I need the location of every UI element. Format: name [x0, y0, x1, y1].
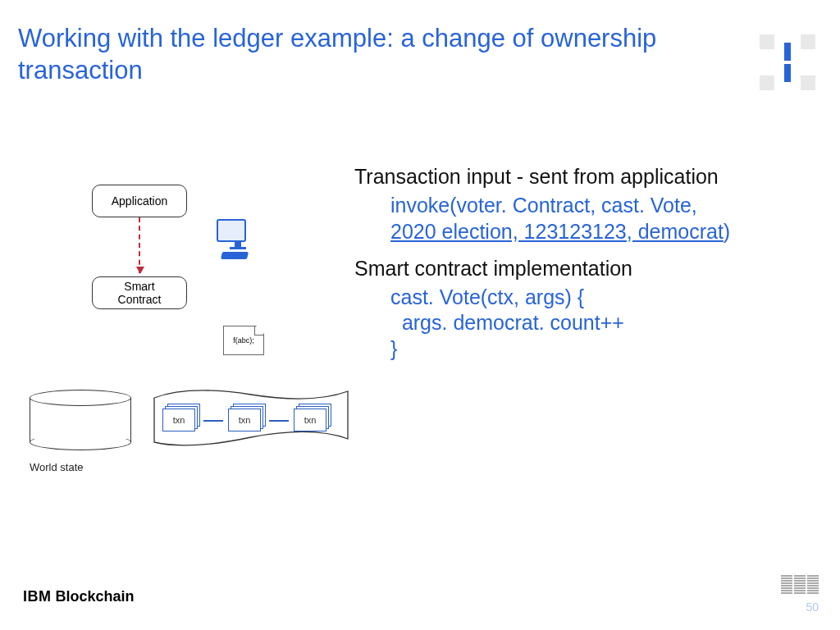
- smart-contract-label: Smart Contract: [118, 280, 162, 306]
- smart-contract-box: Smart Contract: [92, 276, 187, 309]
- slide-title: Working with the ledger example: a chang…: [18, 23, 707, 87]
- ibm-logo-icon: [781, 575, 819, 594]
- txn-label: txn: [239, 415, 251, 425]
- page-number: 50: [806, 600, 819, 614]
- code-note-text: f(abc);: [233, 336, 254, 345]
- heading-smart-contract-impl: Smart contract implementation: [354, 256, 824, 281]
- database-cylinder-icon: [30, 390, 131, 450]
- invoke-prefix: invoke(voter. Contract, cast. Vote,: [390, 194, 697, 217]
- world-state-label: World state: [30, 461, 84, 473]
- code-line-1: cast. Vote(ctx, args) {: [390, 285, 824, 310]
- chain-link-icon: [203, 420, 223, 422]
- diagram-area: Application Smart Contract f(abc);: [92, 185, 354, 309]
- code-line-3: }: [390, 336, 824, 362]
- invoke-args: 2020 election, 123123123, democrat: [390, 220, 724, 243]
- computer-icon: [217, 219, 259, 258]
- footer-blockchain: Blockchain: [52, 588, 135, 605]
- invoke-suffix: ): [724, 220, 730, 243]
- invoke-line: invoke(voter. Contract, cast. Vote, 2020…: [390, 193, 824, 244]
- application-label: Application: [112, 194, 168, 208]
- transaction-block: txn: [294, 409, 330, 435]
- heading-transaction-input: Transaction input - sent from applicatio…: [354, 164, 824, 189]
- txn-label: txn: [173, 415, 185, 425]
- corner-graphic-icon: [760, 34, 815, 90]
- transaction-block: txn: [228, 409, 264, 435]
- content-text: Transaction input - sent from applicatio…: [354, 164, 824, 373]
- chain-link-icon: [269, 420, 289, 422]
- footer-brand: IBM Blockchain: [23, 588, 135, 605]
- code-block: cast. Vote(ctx, args) { args. democrat. …: [390, 285, 824, 362]
- transaction-block: txn: [162, 409, 199, 435]
- code-note-icon: f(abc);: [223, 326, 264, 355]
- footer-ibm: IBM: [23, 588, 52, 605]
- application-box: Application: [92, 185, 187, 217]
- arrow-down-icon: [139, 217, 140, 273]
- txn-label: txn: [304, 415, 317, 425]
- code-line-2: args. democrat. count++: [390, 310, 824, 336]
